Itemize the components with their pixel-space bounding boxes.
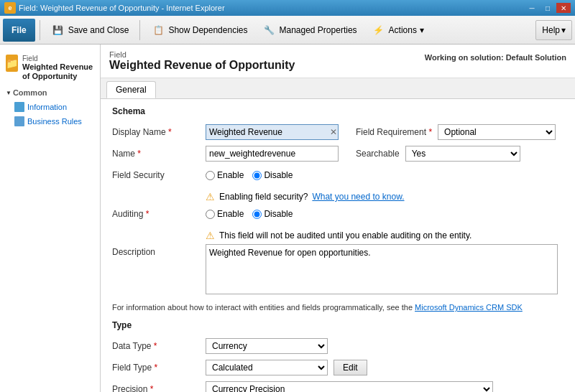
- sidebar-business-rules-label: Business Rules: [27, 117, 82, 126]
- field-security-warning-text: Enabling field security?: [219, 192, 308, 202]
- field-requirement-label: Field Requirement *: [356, 127, 432, 137]
- field-type-select[interactable]: Simple Calculated Rollup: [206, 362, 327, 373]
- schema-section-title: Schema: [112, 106, 564, 118]
- auditing-enable-radio[interactable]: [206, 210, 215, 219]
- display-name-label: Display Name *: [112, 127, 206, 137]
- show-dependencies-label: Show Dependencies: [168, 25, 247, 35]
- field-type-dropdown[interactable]: Simple Calculated Rollup: [206, 360, 328, 375]
- description-row: Description Weighted Revenue for open op…: [112, 244, 564, 294]
- name-required: *: [137, 149, 141, 159]
- auditing-warning-icon: ⚠: [206, 230, 215, 241]
- auditing-enable-option[interactable]: Enable: [206, 209, 244, 219]
- file-button[interactable]: File: [3, 19, 35, 42]
- restore-button[interactable]: □: [540, 3, 555, 13]
- toolbar-separator-2: [139, 20, 140, 40]
- auditing-required: *: [146, 209, 150, 219]
- display-name-input-wrapper: ✕: [206, 124, 339, 140]
- page-header: Field Weighted Revenue of Opportunity Wo…: [101, 45, 575, 78]
- common-label: Common: [13, 88, 47, 97]
- form-content: Schema Display Name * ✕ Field Requiremen…: [101, 99, 575, 392]
- field-security-warning-row: ⚠ Enabling field security? What you need…: [112, 188, 564, 205]
- description-label: Description: [112, 244, 206, 257]
- sidebar-folder-icon: 📁: [6, 55, 18, 72]
- name-label: Name *: [112, 149, 206, 159]
- title-bar: e Field: Weighted Revenue of Opportunity…: [0, 0, 575, 16]
- precision-row: Precision * Currency Precision 0 1 2 3 4: [112, 381, 564, 392]
- sidebar-item-information[interactable]: Information: [0, 100, 100, 114]
- dependencies-icon: 📋: [151, 23, 165, 37]
- entity-type-label: Field: [109, 50, 295, 59]
- field-security-disable-option[interactable]: Disable: [252, 170, 293, 180]
- actions-button[interactable]: ⚡ Actions ▾: [365, 19, 431, 42]
- precision-label: Precision *: [112, 384, 206, 392]
- auditing-control: Enable Disable: [206, 209, 564, 219]
- field-type-control: Simple Calculated Rollup Edit: [206, 360, 564, 375]
- actions-label: Actions: [389, 25, 417, 35]
- field-type-required: *: [154, 363, 157, 373]
- precision-dropdown[interactable]: Currency Precision 0 1 2 3 4: [206, 381, 493, 392]
- crm-sdk-link[interactable]: Microsoft Dynamics CRM SDK: [415, 303, 523, 312]
- auditing-disable-option[interactable]: Disable: [252, 209, 293, 219]
- close-button[interactable]: ✕: [556, 3, 571, 13]
- precision-select[interactable]: Currency Precision 0 1 2 3 4: [206, 383, 492, 392]
- display-name-clear-button[interactable]: ✕: [330, 127, 337, 137]
- entity-name-label: Weighted Revenue of Opportunity: [109, 59, 295, 72]
- searchable-label: Searchable: [356, 149, 400, 159]
- sidebar-item-business-rules[interactable]: Business Rules: [0, 114, 100, 129]
- solution-info: Working on solution: Default Solution: [425, 50, 566, 62]
- field-security-link[interactable]: What you need to know.: [312, 192, 404, 202]
- auditing-warning-row: ⚠ This field will not be audited until y…: [112, 227, 564, 244]
- managed-properties-button[interactable]: 🔧 Managed Properties: [255, 19, 363, 42]
- field-requirement-select[interactable]: Optional Business Recommended Business R…: [438, 126, 555, 138]
- help-button[interactable]: Help ▾: [535, 20, 572, 40]
- data-type-dropdown[interactable]: Currency Decimal Number Float Whole Numb…: [206, 338, 328, 354]
- field-requirement-required: *: [428, 127, 432, 137]
- field-security-label: Field Security: [112, 170, 206, 180]
- sidebar-common-section: ▼ Common: [0, 85, 100, 100]
- info-text: For information about how to interact wi…: [112, 299, 564, 317]
- data-type-control: Currency Decimal Number Float Whole Numb…: [206, 338, 564, 354]
- actions-icon: ⚡: [372, 23, 386, 37]
- field-security-control: Enable Disable: [206, 170, 564, 180]
- toolbar-separator-1: [40, 20, 40, 40]
- field-type-row: Field Type * Simple Calculated Rollup Ed…: [112, 359, 564, 376]
- field-type-label: Field Type *: [112, 363, 206, 373]
- precision-required: *: [150, 384, 154, 392]
- save-icon: 💾: [51, 23, 65, 37]
- display-name-control: ✕ Field Requirement * Optional Business …: [206, 124, 564, 140]
- actions-chevron-icon: ▾: [420, 25, 424, 35]
- name-input[interactable]: [206, 146, 339, 162]
- tab-bar: General: [101, 78, 575, 99]
- name-control: Searchable Yes No: [206, 146, 564, 162]
- show-dependencies-button[interactable]: 📋 Show Dependencies: [144, 19, 254, 42]
- field-requirement-dropdown[interactable]: Optional Business Recommended Business R…: [438, 124, 556, 140]
- field-security-row: Field Security Enable Disable: [112, 167, 564, 184]
- sidebar-information-label: Information: [27, 103, 67, 111]
- type-section: Type Data Type * Currency Decimal Number…: [112, 320, 564, 392]
- field-security-enable-option[interactable]: Enable: [206, 170, 244, 180]
- data-type-required: *: [154, 341, 157, 351]
- field-security-disable-radio[interactable]: [252, 171, 262, 180]
- data-type-row: Data Type * Currency Decimal Number Floa…: [112, 337, 564, 355]
- display-name-row: Display Name * ✕ Field Requirement * Opt…: [112, 123, 564, 141]
- auditing-label: Auditing *: [112, 209, 206, 219]
- sidebar-entity-name: Weighted Revenue of Opportunity: [22, 62, 94, 81]
- tab-general[interactable]: General: [106, 81, 156, 98]
- searchable-dropdown[interactable]: Yes No: [405, 146, 520, 162]
- searchable-select[interactable]: Yes No: [406, 148, 520, 159]
- field-security-warning-icon: ⚠: [206, 191, 215, 202]
- edit-button[interactable]: Edit: [334, 360, 367, 375]
- auditing-disable-radio[interactable]: [252, 210, 262, 219]
- display-name-input[interactable]: [206, 124, 339, 140]
- description-textarea[interactable]: Weighted Revenue for open opportunities.: [206, 244, 558, 294]
- info-text-content: For information about how to interact wi…: [112, 303, 413, 312]
- information-icon: [14, 102, 24, 112]
- save-close-button[interactable]: 💾 Save and Close: [45, 19, 136, 42]
- field-security-radio-group: Enable Disable: [206, 170, 293, 180]
- minimize-button[interactable]: ─: [525, 3, 539, 13]
- data-type-select[interactable]: Currency Decimal Number Float Whole Numb…: [206, 340, 327, 352]
- auditing-warning-text: This field will not be audited until you…: [219, 230, 472, 241]
- sidebar-entity-type: Field: [22, 55, 94, 62]
- name-row: Name * Searchable Yes No: [112, 145, 564, 162]
- field-security-enable-radio[interactable]: [206, 171, 215, 180]
